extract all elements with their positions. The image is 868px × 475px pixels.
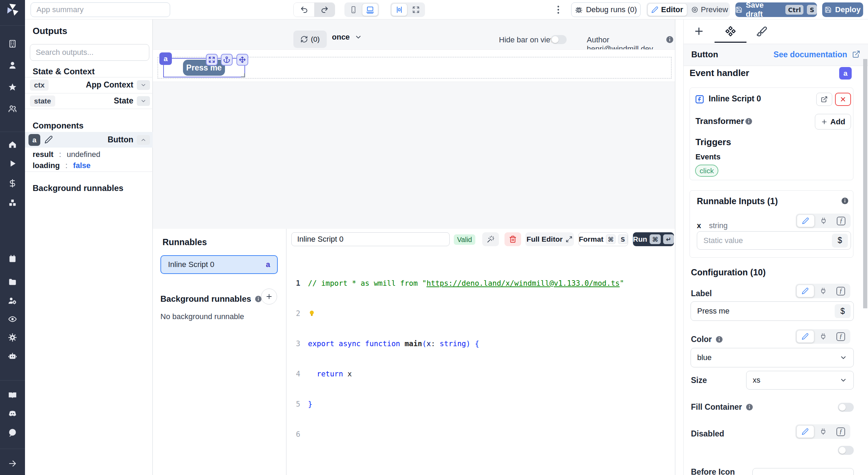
collapse-arrow-right-icon[interactable]: [8, 459, 17, 468]
eval-mode-button[interactable]: ƒ: [832, 425, 849, 438]
audit-eye-icon[interactable]: [8, 315, 17, 324]
anchor-handle[interactable]: [221, 54, 233, 66]
resize-corner-handle[interactable]: [241, 73, 245, 77]
folders-icon[interactable]: [8, 277, 17, 286]
connect-mode-button[interactable]: [815, 425, 832, 438]
app-summary-input[interactable]: [31, 2, 170, 17]
external-link-icon[interactable]: [852, 50, 860, 58]
component-collapse-button[interactable]: [137, 135, 150, 145]
runnable-item-inline-script-0[interactable]: Inline Script 0 a: [160, 255, 278, 274]
groups-users-cog-icon[interactable]: [8, 296, 17, 305]
state-expand-button[interactable]: [137, 96, 150, 106]
format-button[interactable]: Format ⌘ S: [578, 232, 628, 246]
hide-bar-toggle[interactable]: [551, 35, 567, 44]
connect-mode-button[interactable]: [815, 215, 832, 227]
resources-boxes-icon[interactable]: [8, 198, 17, 207]
variables-dollar-icon[interactable]: [8, 179, 17, 188]
workspace-building-icon[interactable]: [8, 39, 17, 48]
discord-icon[interactable]: [8, 409, 17, 418]
home-icon[interactable]: [8, 140, 17, 149]
center-content-button[interactable]: [391, 3, 407, 16]
full-editor-button[interactable]: Full Editor: [525, 232, 574, 246]
pencil-icon: [802, 333, 809, 340]
search-outputs-input[interactable]: [30, 44, 149, 61]
tab-insert-component[interactable]: [693, 26, 704, 37]
size-select[interactable]: xs: [746, 371, 854, 390]
schedules-calendar-icon[interactable]: [8, 254, 17, 263]
tab-component-settings[interactable]: [725, 26, 736, 37]
favorites-star-icon[interactable]: [8, 83, 17, 92]
lightbulb-icon[interactable]: [308, 310, 316, 317]
delete-script-button[interactable]: [504, 232, 521, 246]
ai-wand-button[interactable]: [482, 232, 499, 246]
code-editor[interactable]: 1 2 3 4 5 6 // import * as wmill from "h…: [286, 253, 675, 475]
connect-mode-button[interactable]: [815, 330, 832, 343]
connect-dollar-button[interactable]: $: [835, 304, 851, 318]
static-mode-button[interactable]: [797, 215, 815, 227]
components-title: Components: [33, 121, 84, 131]
docs-book-icon[interactable]: [8, 391, 17, 400]
input-type-label: string: [709, 221, 728, 230]
press-me-button[interactable]: Press me: [183, 60, 225, 76]
connect-mode-button[interactable]: [815, 285, 832, 297]
connect-dollar-button[interactable]: $: [832, 234, 848, 248]
info-icon[interactable]: [745, 117, 753, 125]
desktop-view-button[interactable]: [362, 3, 378, 16]
eval-mode-button[interactable]: ƒ: [832, 285, 849, 297]
static-mode-button[interactable]: [796, 330, 814, 343]
component-type-title: Button: [691, 50, 718, 59]
ai-bot-icon[interactable]: [8, 352, 17, 361]
redo-button[interactable]: [314, 3, 335, 17]
settings-gear-icon[interactable]: [8, 333, 17, 342]
result-prop-row: result : undefined: [33, 150, 100, 159]
schedule-select[interactable]: once: [332, 33, 362, 42]
info-icon[interactable]: [666, 35, 674, 44]
disabled-toggle[interactable]: [838, 446, 854, 455]
state-row[interactable]: state State: [25, 93, 153, 109]
save-draft-button[interactable]: Save draft Ctrl S: [735, 2, 817, 17]
info-icon[interactable]: [745, 403, 753, 411]
windmill-logo-icon[interactable]: [6, 3, 19, 17]
users-icon[interactable]: [8, 104, 17, 113]
expand-handle[interactable]: [206, 54, 218, 66]
fill-container-toggle[interactable]: [838, 403, 854, 412]
static-mode-button[interactable]: [796, 425, 814, 438]
github-icon[interactable]: [8, 428, 17, 437]
divider: [25, 109, 153, 109]
user-icon[interactable]: [8, 61, 17, 70]
rename-pencil-icon[interactable]: [44, 135, 53, 144]
info-icon[interactable]: [841, 197, 849, 205]
script-name-input[interactable]: [297, 235, 444, 244]
color-select[interactable]: blue: [691, 348, 854, 367]
mobile-view-button[interactable]: [345, 3, 361, 16]
ctx-expand-button[interactable]: [137, 80, 150, 90]
static-value-input[interactable]: [703, 236, 844, 245]
see-documentation-link[interactable]: See documentation: [774, 50, 847, 59]
before-icon-select[interactable]: [752, 468, 854, 475]
eval-mode-button[interactable]: ƒ: [832, 330, 849, 343]
runs-play-icon[interactable]: [8, 159, 17, 168]
more-menu-kebab-icon[interactable]: [554, 5, 562, 15]
tab-editor[interactable]: Editor: [648, 3, 687, 16]
deploy-button[interactable]: Deploy: [822, 2, 863, 17]
tab-styling[interactable]: [756, 26, 767, 37]
component-row-a[interactable]: a Button: [25, 132, 153, 148]
label-value-input[interactable]: [697, 307, 847, 316]
refresh-button[interactable]: (0): [293, 31, 327, 48]
scrollbar-thumb[interactable]: [863, 59, 867, 308]
move-handle[interactable]: [236, 54, 248, 66]
info-icon[interactable]: [715, 335, 723, 343]
static-mode-button[interactable]: [796, 285, 814, 297]
ctx-row[interactable]: ctx App Context: [25, 77, 153, 93]
fullwidth-button[interactable]: [408, 3, 424, 16]
event-handler-title: Event handler: [690, 68, 749, 78]
debug-runs-button[interactable]: Debug runs (0): [571, 2, 641, 17]
undo-button[interactable]: [294, 3, 314, 17]
eval-mode-button[interactable]: ƒ: [833, 215, 850, 227]
add-background-runnable-button[interactable]: [261, 289, 277, 305]
run-button[interactable]: Run ⌘ ↵: [633, 232, 674, 246]
tab-preview[interactable]: Preview: [688, 3, 732, 16]
open-runnable-button[interactable]: [816, 93, 832, 106]
detach-runnable-button[interactable]: [835, 93, 851, 106]
add-transformer-button[interactable]: Add: [815, 114, 851, 130]
